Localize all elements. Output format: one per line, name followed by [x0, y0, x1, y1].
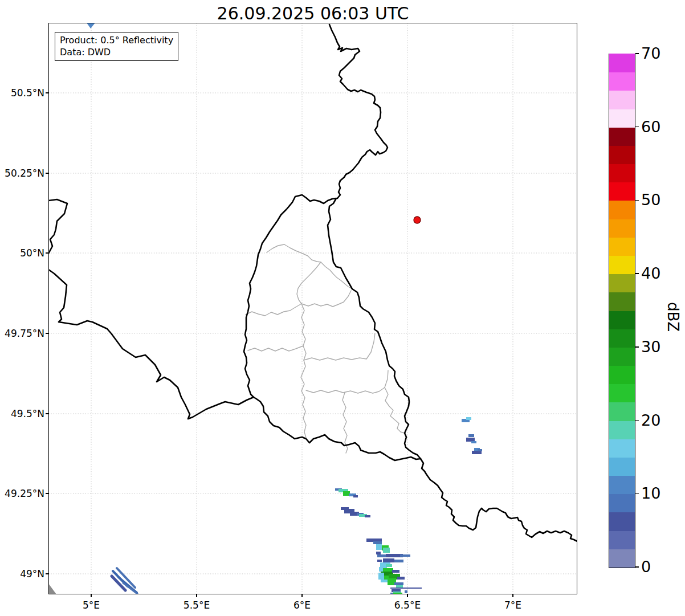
y-tick-mark — [46, 173, 48, 174]
y-tick-mark — [46, 252, 48, 254]
radar-echo-cell — [394, 560, 403, 562]
figure-title: 26.09.2025 06:03 UTC — [48, 5, 577, 23]
colorbar-band — [609, 311, 635, 329]
y-tick-label: 49.25°N — [2, 488, 44, 499]
colorbar-band — [609, 512, 635, 531]
colorbar-band — [609, 292, 635, 311]
colorbar-band — [609, 255, 635, 274]
colorbar-tick-label: 40 — [641, 266, 660, 281]
x-tick-label: 5°E — [66, 599, 117, 611]
y-tick-label: 50°N — [2, 247, 44, 259]
radar-echo-cell — [466, 438, 475, 442]
colorbar-tick-label: 20 — [641, 413, 660, 428]
belgium-germany-border — [329, 25, 388, 198]
clipped-echo-triangle — [87, 23, 95, 28]
colorbar — [609, 54, 635, 568]
colorbar-tick-mark — [635, 493, 639, 495]
radar-echo-cell — [400, 554, 410, 557]
colorbar-band — [609, 457, 635, 476]
colorbar-band — [609, 549, 635, 568]
y-tick-label: 50.5°N — [2, 87, 44, 99]
radar-echo-cell — [466, 417, 471, 420]
belgium-france-border — [48, 270, 254, 419]
radar-echo-cell — [381, 580, 388, 582]
colorbar-band — [609, 329, 635, 348]
corner-border-fragment — [48, 584, 56, 594]
radar-echo-cell — [394, 582, 403, 585]
data-source-line: Data: DWD — [60, 46, 173, 58]
colorbar-band — [609, 91, 635, 109]
x-tick-label: 5.5°E — [171, 599, 222, 611]
colorbar-band — [609, 145, 635, 164]
map-plot-area — [48, 23, 577, 594]
colorbar-band — [609, 347, 635, 366]
colorbar-tick-mark — [635, 200, 639, 201]
product-info-box: Product: 0.5° Reflectivity Data: DWD — [55, 32, 178, 61]
y-tick-mark — [46, 92, 48, 93]
colorbar-band — [609, 219, 635, 238]
radar-echo-cell — [397, 577, 405, 580]
station-marker-layer — [414, 217, 421, 223]
colorbar-band — [609, 531, 635, 549]
colorbar-band — [609, 384, 635, 403]
y-tick-label: 49.75°N — [2, 328, 44, 339]
radar-echo-cell — [393, 593, 402, 594]
colorbar-axis-label: dBZ — [647, 302, 682, 325]
radar-echo-cell — [376, 544, 382, 550]
radar-echo-cell — [392, 570, 399, 573]
radar-echo-cell — [471, 441, 476, 443]
y-tick-mark — [46, 493, 48, 494]
colorbar-band — [609, 201, 635, 219]
colorbar-tick-label: 10 — [641, 486, 660, 501]
radar-echo-cell — [383, 548, 390, 553]
colorbar-tick-mark — [635, 420, 639, 421]
colorbar-band — [609, 54, 635, 72]
colorbar-tick-mark — [635, 566, 639, 568]
colorbar-band — [609, 439, 635, 458]
colorbar-band — [609, 365, 635, 384]
radar-echo-cell — [468, 434, 474, 437]
belgium-france-border-upper — [48, 199, 67, 254]
colorbar-band — [609, 402, 635, 421]
radar-echo-cell — [365, 515, 370, 517]
radar-echoes — [48, 23, 482, 594]
colorbar-band — [609, 421, 635, 439]
colorbar-band — [609, 109, 635, 128]
colorbar-tick-label: 60 — [641, 119, 660, 134]
colorbar-band — [609, 476, 635, 495]
colorbar-band — [609, 72, 635, 91]
colorbar-band — [609, 237, 635, 256]
radar-echo-cell — [353, 495, 358, 497]
map-canvas — [48, 23, 577, 594]
radar-echo-cell — [383, 558, 394, 562]
x-tick-mark — [91, 594, 92, 597]
colorbar-band — [609, 274, 635, 293]
radar-figure: 26.09.2025 06:03 UTC — [0, 0, 685, 616]
colorbar-tick-label: 0 — [641, 559, 651, 574]
radar-echo-cell — [478, 449, 482, 451]
x-tick-label: 6°E — [276, 599, 328, 611]
x-tick-mark — [301, 594, 303, 597]
colorbar-band — [609, 127, 635, 146]
radar-echo-cell — [386, 564, 392, 567]
product-line: Product: 0.5° Reflectivity — [60, 34, 173, 46]
y-tick-mark — [46, 333, 48, 334]
colorbar-band — [609, 494, 635, 513]
colorbar-tick-mark — [635, 273, 639, 274]
radar-echo-cell — [396, 585, 403, 588]
x-tick-mark — [512, 594, 513, 597]
y-tick-label: 49°N — [2, 568, 44, 580]
france-germany-border — [421, 459, 577, 541]
colorbar-tick-mark — [635, 346, 639, 348]
colorbar-band — [609, 164, 635, 182]
x-tick-label: 7°E — [487, 599, 539, 611]
luxembourg-outline — [244, 195, 421, 460]
y-tick-label: 50.25°N — [2, 168, 44, 179]
radar-echo-cell — [405, 590, 407, 593]
x-tick-mark — [196, 594, 197, 597]
y-tick-mark — [46, 413, 48, 414]
x-tick-label: 6.5°E — [382, 599, 433, 611]
colorbar-band — [609, 182, 635, 201]
radar-echo-cell — [376, 552, 381, 554]
radar-echo-cell — [373, 541, 382, 544]
